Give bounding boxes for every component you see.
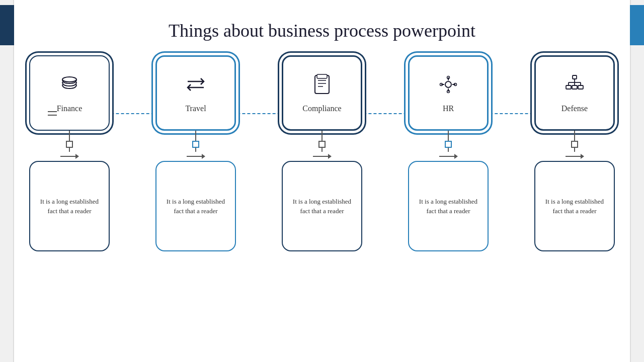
compliance-icon xyxy=(312,73,332,100)
travel-top-card: Travel xyxy=(155,55,236,131)
defense-connector xyxy=(566,131,584,161)
svg-point-0 xyxy=(62,77,76,82)
right-accent-bar xyxy=(630,0,644,362)
hr-column: HR It is a long established fact that a … xyxy=(399,55,498,251)
page-title: Things about business process powerpoint xyxy=(0,0,644,51)
hr-description: It is a long established fact that a rea… xyxy=(415,197,481,216)
svg-rect-19 xyxy=(573,75,577,79)
finance-label: Finance xyxy=(57,104,83,113)
compliance-label: Compliance xyxy=(302,104,341,113)
svg-rect-27 xyxy=(578,85,583,89)
travel-label: Travel xyxy=(185,104,206,113)
hr-label: HR xyxy=(443,104,454,113)
travel-bottom-card: It is a long established fact that a rea… xyxy=(155,161,236,251)
finance-icon xyxy=(58,73,80,100)
compliance-column: Compliance It is a long established fact… xyxy=(273,55,371,251)
hr-bottom-card: It is a long established fact that a rea… xyxy=(408,161,489,251)
compliance-description: It is a long established fact that a rea… xyxy=(289,197,355,216)
finance-column: Finance It is a long established fact th… xyxy=(20,55,119,251)
travel-connector xyxy=(187,131,205,161)
main-content: Finance It is a long established fact th… xyxy=(20,55,624,352)
compliance-bottom-card: It is a long established fact that a rea… xyxy=(282,161,362,251)
travel-description: It is a long established fact that a rea… xyxy=(163,197,229,216)
compliance-top-card: Compliance xyxy=(282,55,362,131)
cards-row: Finance It is a long established fact th… xyxy=(20,55,624,251)
defense-top-card: Defense xyxy=(534,55,615,131)
hr-top-card: HR xyxy=(408,55,489,131)
left-end-decoration xyxy=(48,111,57,116)
travel-column: Travel It is a long established fact tha… xyxy=(146,55,245,251)
compliance-connector xyxy=(313,131,332,161)
finance-description: It is a long established fact that a rea… xyxy=(36,197,103,216)
defense-bottom-card: It is a long established fact that a rea… xyxy=(534,161,615,251)
finance-connector xyxy=(60,131,79,161)
defense-description: It is a long established fact that a rea… xyxy=(541,197,608,216)
hr-icon xyxy=(437,73,459,100)
svg-point-10 xyxy=(445,81,451,87)
hr-connector xyxy=(439,131,458,161)
defense-column: Defense It is a long established fact th… xyxy=(525,55,624,251)
svg-rect-9 xyxy=(317,74,327,78)
defense-icon xyxy=(564,73,586,100)
defense-label: Defense xyxy=(561,104,588,113)
finance-bottom-card: It is a long established fact that a rea… xyxy=(29,161,110,251)
finance-top-card: Finance xyxy=(29,55,110,131)
travel-icon xyxy=(185,73,207,100)
left-accent-bar xyxy=(0,0,14,362)
svg-rect-25 xyxy=(566,85,571,89)
svg-rect-26 xyxy=(572,85,577,89)
